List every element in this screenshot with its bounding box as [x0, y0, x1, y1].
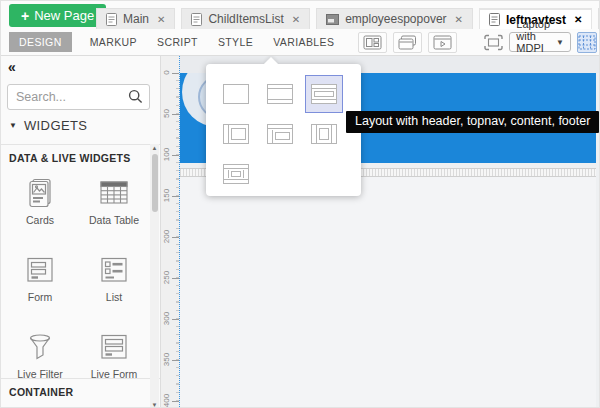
ruler-tick [172, 73, 179, 74]
data-table-icon [97, 176, 131, 210]
tab-employeespopover[interactable]: employeespopover ✕ [316, 8, 473, 29]
layout-header-topnav-footer-icon [311, 84, 337, 104]
list-icon [97, 253, 131, 287]
ruler-tick [172, 319, 179, 320]
layout-option-header-leftnav-rightnav-footer[interactable] [214, 154, 258, 194]
layout-picker-icon [363, 35, 382, 50]
layout-option-header-topnav-content-footer[interactable] [305, 75, 343, 113]
layout-option-leftnav-content[interactable] [214, 114, 258, 154]
page-icon [106, 13, 117, 26]
ruler-tick [172, 401, 179, 402]
mode-design[interactable]: DESIGN [9, 32, 72, 52]
widget-form[interactable]: Form [3, 245, 77, 322]
layout-leftnav-rightnav-icon [311, 124, 337, 144]
layout-header-leftnav-icon [267, 124, 293, 144]
plus-icon: + [21, 8, 29, 24]
toolbar-icon-group [358, 32, 457, 53]
search-icon[interactable] [128, 89, 143, 104]
widget-label: Cards [26, 214, 54, 226]
layout-option-header-content-footer[interactable] [258, 74, 302, 114]
section-container: CONTAINER [1, 378, 161, 398]
page-tab-bar: + New Page Main ✕ ChildItemsList ✕ [1, 1, 600, 29]
page-content-area[interactable] [180, 177, 596, 408]
tab-label: ChildItemsList [208, 12, 283, 26]
page-templates-button[interactable] [393, 32, 422, 53]
widget-label: List [106, 291, 122, 303]
sidebar-collapse-icon[interactable]: « [8, 60, 16, 74]
ruler-tick [172, 155, 179, 156]
page-icon [191, 13, 202, 26]
ruler-label: 350 [162, 352, 171, 368]
window-icon [326, 14, 339, 25]
layout-leftnav-icon [223, 124, 249, 144]
scroll-up-icon[interactable]: ▲ [150, 145, 159, 151]
studio-window: + New Page Main ✕ ChildItemsList ✕ [0, 0, 600, 408]
ruler-label: 150 [162, 188, 171, 204]
layout-option-header-leftnav-content[interactable] [258, 114, 302, 154]
layout-option-tooltip: Layout with header, topnav, content, foo… [346, 111, 599, 133]
tab-main[interactable]: Main ✕ [96, 8, 175, 29]
device-select[interactable]: Laptop with MDPI S ▼ [509, 32, 571, 52]
scroll-down-icon[interactable]: ▼ [150, 402, 159, 408]
cards-icon [23, 176, 57, 210]
widget-label: Data Table [89, 214, 139, 226]
mode-markup[interactable]: MARKUP [88, 32, 139, 52]
mode-variables[interactable]: VARIABLES [271, 32, 336, 52]
ruler-label: 0 [162, 65, 171, 81]
widget-search [7, 84, 150, 110]
close-tab-icon[interactable]: ✕ [574, 14, 582, 25]
widget-cards[interactable]: Cards [3, 168, 77, 245]
preview-button[interactable] [428, 32, 457, 53]
tab-label: employeespopover [345, 12, 446, 26]
ruler-label: 200 [162, 229, 171, 245]
widget-data-table[interactable]: Data Table [77, 168, 151, 245]
page-templates-icon [398, 35, 417, 50]
scrollbar-thumb[interactable] [152, 154, 158, 212]
ruler-tick [172, 237, 179, 238]
widget-label: Form [28, 291, 53, 303]
form-icon [23, 253, 57, 287]
main-area: « ▼ WIDGETS DATA & LIVE WIDGETS Cards [1, 56, 600, 408]
ruler-tick [172, 196, 179, 197]
live-form-icon [97, 330, 131, 364]
design-toolbar: DESIGN MARKUP SCRIPT STYLE VARIABLES [1, 29, 600, 56]
layout-picker-popover [206, 64, 361, 196]
mode-style[interactable]: STYLE [216, 32, 255, 52]
layout-header-footer-icon [267, 84, 293, 104]
layout-picker-button[interactable] [358, 32, 387, 53]
grid-guides-button[interactable] [577, 32, 597, 53]
vertical-ruler: 0 50 100 150 200 250 300 350 400 [161, 56, 179, 408]
mode-switcher: DESIGN MARKUP SCRIPT STYLE VARIABLES [9, 32, 336, 52]
close-tab-icon[interactable]: ✕ [157, 14, 165, 25]
device-group: Laptop with MDPI S ▼ [483, 32, 571, 52]
sidebar-scrollbar[interactable]: ▲ ▼ [150, 144, 159, 408]
tab-childitemslist[interactable]: ChildItemsList ✕ [181, 8, 310, 29]
new-page-button[interactable]: + New Page [9, 4, 106, 27]
close-tab-icon[interactable]: ✕ [455, 14, 463, 25]
ruler-label: 400 [162, 393, 171, 408]
ruler-tick [172, 114, 179, 115]
chevron-down-icon: ▼ [556, 38, 564, 47]
close-tab-icon[interactable]: ✕ [292, 14, 300, 25]
widget-list[interactable]: List [77, 245, 151, 322]
ruler-label: 100 [162, 147, 171, 163]
design-canvas[interactable]: Layout with header, topnav, content, foo… [179, 56, 600, 408]
ruler-label: 50 [162, 106, 171, 122]
ruler-tick [172, 360, 179, 361]
tab-label: Main [123, 12, 149, 26]
live-filter-icon [23, 330, 57, 364]
new-page-label: New Page [34, 8, 94, 23]
page-icon [489, 13, 500, 26]
ruler-label: 300 [162, 311, 171, 327]
widgets-section-toggle[interactable]: ▼ WIDGETS [9, 118, 87, 133]
widgets-sidebar: « ▼ WIDGETS DATA & LIVE WIDGETS Cards [1, 56, 161, 408]
ruler-tick [172, 278, 179, 279]
grid-guides-icon [578, 35, 596, 50]
section-data-live-widgets: DATA & LIVE WIDGETS [1, 144, 161, 164]
widget-grid: Cards Data Table Form [3, 168, 151, 399]
caret-down-icon: ▼ [9, 121, 17, 130]
mode-script[interactable]: SCRIPT [155, 32, 200, 52]
layout-blank-icon [223, 84, 249, 104]
layout-option-leftnav-content-rightnav[interactable] [302, 114, 346, 154]
layout-option-blank[interactable] [214, 74, 258, 114]
